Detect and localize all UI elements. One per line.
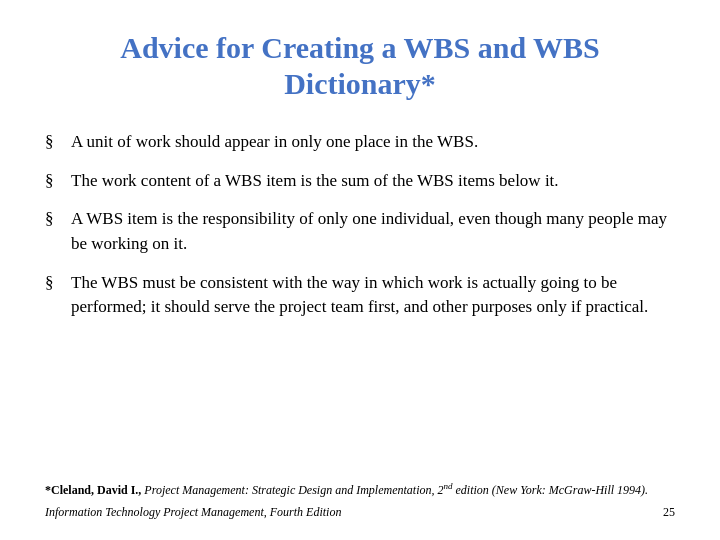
footer: *Cleland, David I., Project Management: …	[45, 470, 675, 520]
bullet-symbol-4: §	[45, 271, 65, 296]
footer-bottom: Information Technology Project Managemen…	[45, 505, 675, 520]
bullet-text-3: A WBS item is the responsibility of only…	[71, 207, 675, 256]
bullet-text-4: The WBS must be consistent with the way …	[71, 271, 675, 320]
bullet-symbol-1: §	[45, 130, 65, 155]
bullet-item-2: § The work content of a WBS item is the …	[45, 169, 675, 194]
footer-label: Information Technology Project Managemen…	[45, 505, 341, 520]
bullet-item-1: § A unit of work should appear in only o…	[45, 130, 675, 155]
slide-title: Advice for Creating a WBS and WBS Dictio…	[45, 30, 675, 102]
bullet-item-4: § The WBS must be consistent with the wa…	[45, 271, 675, 320]
bullet-list: § A unit of work should appear in only o…	[45, 130, 675, 470]
bullet-text-1: A unit of work should appear in only one…	[71, 130, 675, 155]
slide-container: Advice for Creating a WBS and WBS Dictio…	[0, 0, 720, 540]
page-number: 25	[663, 505, 675, 520]
title-line2: Dictionary*	[45, 66, 675, 102]
title-line1: Advice for Creating a WBS and WBS	[45, 30, 675, 66]
footnote: *Cleland, David I., Project Management: …	[45, 480, 675, 499]
bullet-symbol-3: §	[45, 207, 65, 232]
bullet-symbol-2: §	[45, 169, 65, 194]
bullet-text-2: The work content of a WBS item is the su…	[71, 169, 675, 194]
bullet-item-3: § A WBS item is the responsibility of on…	[45, 207, 675, 256]
